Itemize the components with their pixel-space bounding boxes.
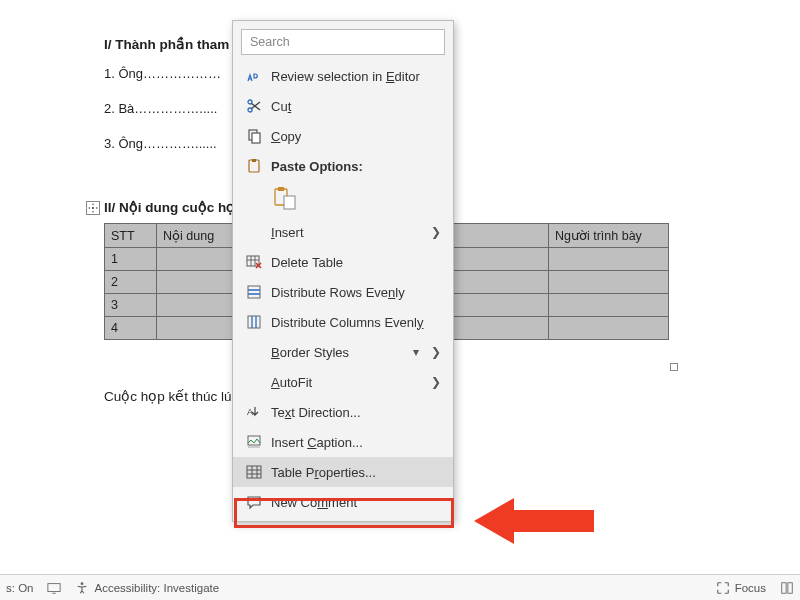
menu-delete-table[interactable]: Delete Table xyxy=(233,247,453,277)
focus-icon xyxy=(716,581,730,595)
table-header-cell[interactable]: Nội dung xyxy=(157,224,243,248)
menu-insert-caption[interactable]: Insert Caption... xyxy=(233,427,453,457)
menu-border-styles[interactable]: Border Styles ▾ ❯ xyxy=(233,337,453,367)
cell[interactable] xyxy=(157,294,243,317)
menu-review-in-editor[interactable]: Review selection in Editor xyxy=(233,61,453,91)
cell[interactable]: 1 xyxy=(105,248,157,271)
status-text: s: On xyxy=(6,582,33,594)
cell[interactable] xyxy=(157,271,243,294)
svg-point-1 xyxy=(248,100,252,104)
menu-distribute-rows[interactable]: Distribute Rows Evenly xyxy=(233,277,453,307)
status-accessibility[interactable]: Accessibility: Investigate xyxy=(75,581,219,595)
menu-label: Review selection in Editor xyxy=(265,69,443,84)
table-resize-handle-icon[interactable] xyxy=(670,363,678,371)
editor-icon xyxy=(243,68,265,84)
svg-rect-17 xyxy=(48,583,60,591)
search-placeholder: Search xyxy=(250,35,290,49)
svg-point-18 xyxy=(81,582,84,585)
svg-rect-3 xyxy=(252,133,260,143)
svg-rect-11 xyxy=(248,316,260,328)
status-view-print[interactable] xyxy=(780,581,794,595)
status-text: Focus xyxy=(735,582,766,594)
menu-label: Insert xyxy=(265,225,429,240)
svg-rect-15 xyxy=(247,466,261,478)
cell[interactable]: 4 xyxy=(105,317,157,340)
svg-rect-8 xyxy=(284,196,295,209)
menu-paste-options-header: Paste Options: xyxy=(233,151,453,181)
menu-label: Table Properties... xyxy=(265,465,443,480)
text-direction-icon: A xyxy=(243,404,265,420)
menu-copy[interactable]: Copy xyxy=(233,121,453,151)
chevron-right-icon: ❯ xyxy=(429,375,443,389)
menu-label: Insert Caption... xyxy=(265,435,443,450)
cell[interactable] xyxy=(157,317,243,340)
delete-table-icon xyxy=(243,254,265,270)
status-text: Accessibility: Investigate xyxy=(94,582,219,594)
status-left[interactable]: s: On xyxy=(6,582,33,594)
accessibility-icon xyxy=(75,581,89,595)
menu-label: Text Direction... xyxy=(265,405,443,420)
menu-search-input[interactable]: Search xyxy=(241,29,445,55)
menu-label: Distribute Rows Evenly xyxy=(265,285,443,300)
svg-rect-14 xyxy=(248,446,260,448)
chevron-right-icon: ❯ xyxy=(429,225,443,239)
menu-label: Copy xyxy=(265,129,443,144)
menu-label: AutoFit xyxy=(265,375,429,390)
status-bar: s: On Accessibility: Investigate Focus xyxy=(0,574,800,600)
menu-autofit[interactable]: AutoFit ❯ xyxy=(233,367,453,397)
cell[interactable] xyxy=(549,317,669,340)
distribute-rows-icon xyxy=(243,284,265,300)
chevron-down-icon: ▾ xyxy=(409,345,423,359)
status-display-settings[interactable] xyxy=(47,581,61,595)
menu-distribute-columns[interactable]: Distribute Columns Evenly xyxy=(233,307,453,337)
cell[interactable] xyxy=(549,248,669,271)
menu-label: Distribute Columns Evenly xyxy=(265,315,443,330)
svg-rect-20 xyxy=(788,582,792,593)
svg-rect-10 xyxy=(248,286,260,298)
display-icon xyxy=(47,581,61,595)
status-focus[interactable]: Focus xyxy=(716,581,766,595)
svg-rect-7 xyxy=(278,187,284,191)
svg-marker-16 xyxy=(474,498,594,544)
svg-rect-5 xyxy=(252,159,256,162)
menu-text-direction[interactable]: A Text Direction... xyxy=(233,397,453,427)
table-properties-icon xyxy=(243,464,265,480)
clipboard-icon xyxy=(243,158,265,174)
caption-icon xyxy=(243,434,265,450)
distribute-columns-icon xyxy=(243,314,265,330)
comment-icon xyxy=(243,494,265,510)
table-move-handle-icon[interactable] xyxy=(86,201,100,215)
svg-point-0 xyxy=(248,108,252,112)
menu-cut[interactable]: Cut xyxy=(233,91,453,121)
menu-label: Border Styles xyxy=(265,345,409,360)
paste-option-keep-source[interactable] xyxy=(271,183,299,213)
chevron-right-icon: ❯ xyxy=(429,345,443,359)
context-menu: Search Review selection in Editor Cut Co… xyxy=(232,20,454,522)
menu-new-comment[interactable]: New Comment xyxy=(233,487,453,517)
menu-label: New Comment xyxy=(265,495,443,510)
print-layout-icon xyxy=(780,581,794,595)
menu-label: Cut xyxy=(265,99,443,114)
scissors-icon xyxy=(243,98,265,114)
copy-icon xyxy=(243,128,265,144)
cell[interactable] xyxy=(157,248,243,271)
menu-label: Delete Table xyxy=(265,255,443,270)
cell[interactable] xyxy=(549,294,669,317)
cell[interactable]: 3 xyxy=(105,294,157,317)
table-header-cell[interactable]: STT xyxy=(105,224,157,248)
callout-arrow-icon xyxy=(474,494,594,548)
cell[interactable] xyxy=(549,271,669,294)
menu-label: Paste Options: xyxy=(265,159,443,174)
svg-rect-19 xyxy=(782,582,786,593)
menu-insert[interactable]: Insert ❯ xyxy=(233,217,453,247)
menu-table-properties[interactable]: Table Properties... xyxy=(233,457,453,487)
cell[interactable]: 2 xyxy=(105,271,157,294)
table-header-cell[interactable]: Người trình bày xyxy=(549,224,669,248)
